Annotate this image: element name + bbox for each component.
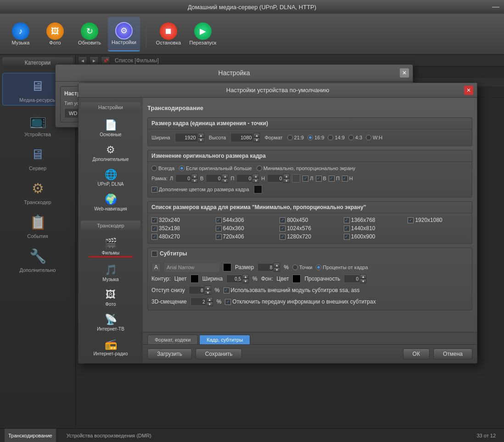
left-nav-films[interactable]: 🎬 Фильмы [81, 235, 140, 260]
ratio-4-3[interactable]: 4:3 [348, 135, 362, 140]
fill-checkbox[interactable]: ✓ Дополнение цветом до размера кадра [151, 187, 249, 193]
cb-l[interactable]: ✓Л [302, 176, 313, 182]
padding-l-down[interactable]: ▼ [191, 178, 198, 183]
external-module-checkbox[interactable]: ✓ Использовать внешний модуль субтитров … [224, 287, 360, 293]
opacity-down[interactable]: ▼ [360, 279, 366, 283]
subtitles-enable-checkbox[interactable] [151, 251, 157, 257]
padding-v-up[interactable]: ▲ [222, 174, 228, 178]
disable-external-checkbox[interactable]: ✓ Отключить передачу информации о внешни… [225, 298, 375, 305]
left-nav-music[interactable]: 🎵 Музыка [81, 262, 140, 284]
tab-format-codecs[interactable]: Формат, кодеки [147, 335, 198, 344]
left-nav-webnav[interactable]: 🌍 Web-навигация [81, 191, 140, 214]
padding-color-swatch[interactable] [292, 174, 300, 182]
left-nav-photo[interactable]: 🖼 Фото [81, 287, 140, 309]
toolbar-photo-button[interactable]: 🖼 Фото [39, 17, 71, 51]
ratio-wh[interactable]: W:H [366, 135, 382, 140]
ratio-21-9[interactable]: 21:9 [287, 135, 304, 140]
toolbar-stop-button[interactable]: ⏹ Остановка [152, 17, 185, 51]
save-button[interactable]: Сохранить [196, 348, 242, 359]
padding-n-up[interactable]: ▲ [283, 174, 290, 178]
3d-offset-down[interactable]: ▼ [207, 302, 213, 306]
ratio-16-9[interactable]: 16:9 [308, 135, 324, 140]
padding-v-input[interactable] [206, 174, 222, 182]
pct-radio[interactable]: Проценты от кадра [316, 265, 368, 270]
font-color-swatch[interactable] [223, 263, 231, 271]
width-up-button[interactable]: ▲ [198, 133, 204, 138]
padding-n-down[interactable]: ▼ [283, 178, 290, 183]
ok-button[interactable]: ОК [403, 348, 430, 359]
size-320x240[interactable]: ✓320x240 [151, 217, 212, 223]
cb-p[interactable]: ✓П [329, 176, 340, 182]
device-dialog-close-button[interactable]: ✕ [464, 86, 473, 95]
status-transcode[interactable]: Транскодирование [5, 429, 56, 442]
size-544x306[interactable]: ✓544x306 [216, 217, 276, 223]
padding-l-up[interactable]: ▲ [191, 174, 198, 178]
cancel-button[interactable]: Отмена [433, 348, 472, 359]
bg-color-swatch[interactable] [292, 275, 301, 283]
size-800x450[interactable]: ✓800x450 [280, 217, 340, 223]
width-down-button[interactable]: ▼ [198, 138, 204, 142]
settings-icon: ⚙ [115, 22, 133, 39]
opacity-input[interactable] [344, 275, 360, 283]
toolbar-restart-button[interactable]: ▶ Перезапуск [187, 17, 219, 51]
load-button[interactable]: Загрузить [147, 348, 192, 359]
left-nav-basic[interactable]: 📄 Основные [81, 117, 140, 139]
resize-minimal[interactable]: Минимально, пропорционально экрану [257, 166, 355, 171]
height-input[interactable] [230, 133, 253, 142]
size-640x360[interactable]: ✓640x360 [216, 225, 276, 232]
outline-color-swatch[interactable] [190, 275, 199, 283]
3d-offset-up[interactable]: ▲ [207, 297, 213, 302]
fill-color-swatch[interactable] [254, 185, 262, 193]
outline-width-down[interactable]: ▼ [242, 279, 249, 283]
padding-p-input[interactable] [236, 174, 252, 182]
size-720x406[interactable]: ✓720x406 [216, 233, 276, 240]
height-down-button[interactable]: ▼ [253, 138, 260, 142]
size-1024x576[interactable]: ✓1024x576 [280, 225, 340, 232]
left-nav-advanced[interactable]: ⚙ Дополнительные [81, 142, 140, 164]
font-input[interactable] [164, 263, 219, 272]
cb-n[interactable]: ✓Н [342, 176, 353, 182]
left-nav-radio[interactable]: 📻 Интернет-радио [81, 336, 140, 359]
size-1366x768[interactable]: ✓1366x768 [344, 217, 404, 223]
padding-p-down[interactable]: ▼ [252, 178, 259, 183]
points-label: Точки [299, 265, 312, 270]
padding-n-spinbox: ▲ ▼ [267, 174, 290, 183]
size-1280x720[interactable]: ✓1280x720 [280, 233, 340, 240]
offset-up[interactable]: ▲ [205, 286, 211, 290]
cb-v[interactable]: ✓В [316, 176, 326, 182]
padding-n-input[interactable] [267, 174, 283, 182]
minimize-button[interactable]: — [492, 3, 499, 11]
tab-frame-subtitles[interactable]: Кадр, субтитры [199, 335, 250, 344]
size-480x270[interactable]: ✓480x270 [151, 233, 212, 240]
outline-width-input[interactable] [226, 275, 242, 283]
size-1920x1080[interactable]: ✓1920x1080 [408, 217, 468, 223]
size-1600x900[interactable]: ✓1600x900 [344, 233, 404, 240]
padding-p-up[interactable]: ▲ [252, 174, 259, 178]
ratio-14-9[interactable]: 14:9 [328, 135, 344, 140]
opacity-up[interactable]: ▲ [360, 274, 366, 279]
size-1440x810[interactable]: ✓1440x810 [344, 225, 404, 232]
width-input[interactable] [175, 133, 198, 142]
subtitle-size-down[interactable]: ▼ [274, 267, 280, 272]
padding-v-down[interactable]: ▼ [222, 178, 228, 183]
size-352x198[interactable]: ✓352x198 [151, 225, 212, 232]
resize-if-larger[interactable]: Если оригинальный больше [179, 166, 252, 171]
resize-always[interactable]: Всегда [151, 166, 174, 171]
toolbar-music-button[interactable]: ♪ Музыка [5, 17, 37, 51]
toolbar-stop-label: Остановка [156, 40, 181, 45]
offset-down[interactable]: ▼ [205, 290, 211, 295]
main-dialog-close-button[interactable]: ✕ [400, 68, 409, 77]
subtitle-size-input[interactable] [258, 263, 274, 271]
left-nav-upnp[interactable]: 🌐 UPnP, DLNA [81, 166, 140, 189]
toolbar-settings-button[interactable]: ⚙ Настройки [108, 17, 140, 51]
offset-input[interactable] [189, 286, 205, 294]
toolbar-refresh-button[interactable]: ↻ Обновить [73, 17, 106, 51]
3d-offset-input[interactable] [190, 298, 207, 306]
points-radio[interactable]: Точки [292, 265, 312, 270]
height-up-button[interactable]: ▲ [253, 133, 260, 138]
padding-l-input[interactable] [175, 174, 191, 182]
outline-width-up[interactable]: ▲ [242, 274, 249, 279]
subtitle-size-up[interactable]: ▲ [274, 263, 280, 267]
left-nav-tv[interactable]: 📡 Интернет-ТВ [81, 311, 140, 334]
status-dmr[interactable]: Устройства воспроизведения (DMR) [63, 429, 155, 442]
